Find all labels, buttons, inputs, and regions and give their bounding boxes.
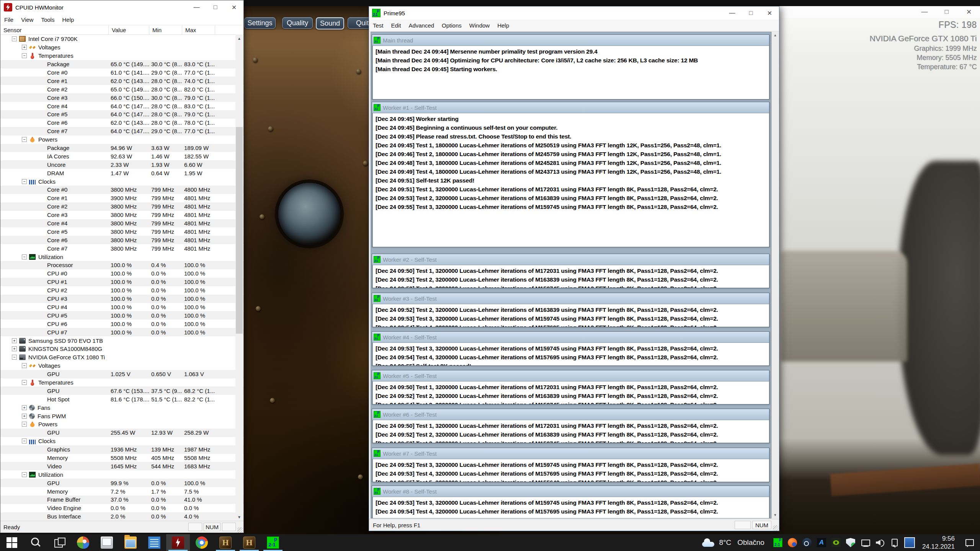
menu-item-options[interactable]: Options bbox=[438, 20, 466, 31]
mdi-window-caption[interactable]: Worker #8 - Self-Test bbox=[372, 486, 769, 497]
taskbar-task-view-icon[interactable] bbox=[47, 534, 71, 551]
sensor-row[interactable]: IA Cores92.63 W1.46 W182.55 W bbox=[0, 152, 243, 160]
volume-icon[interactable] bbox=[875, 538, 884, 547]
usb-icon[interactable] bbox=[890, 538, 899, 547]
nvidia-icon[interactable] bbox=[831, 538, 841, 547]
sensor-row[interactable]: +Fans bbox=[0, 403, 243, 412]
sensor-row[interactable]: CPU #6100.0 %0.0 %100.0 % bbox=[0, 320, 243, 328]
sensor-row[interactable]: Core #564.0 °C (147....28.0 °C (8...79.0… bbox=[0, 110, 243, 119]
menu-item-edit[interactable]: Edit bbox=[387, 20, 405, 31]
sensor-row[interactable]: Memory7.2 %1.7 %7.5 % bbox=[0, 487, 243, 496]
sensor-row[interactable]: +Voltages bbox=[0, 43, 243, 52]
sensor-row[interactable]: CPU #5100.0 %0.0 %100.0 % bbox=[0, 311, 243, 320]
hwmonitor-scrollbar[interactable]: ▲ ▼ bbox=[235, 34, 243, 521]
sensor-row[interactable]: CPU #2100.0 %0.0 %100.0 % bbox=[0, 286, 243, 295]
game-close-button[interactable]: ✕ bbox=[958, 6, 980, 18]
sensor-row[interactable]: Core #265.0 °C (149....28.0 °C (8...82.0… bbox=[0, 85, 243, 93]
sensor-row[interactable]: Core #43800 MHz799 MHz4801 MHz bbox=[0, 219, 243, 228]
taskbar-paint-icon[interactable] bbox=[71, 534, 95, 551]
scroll-down-arrow[interactable]: ▼ bbox=[235, 513, 243, 521]
mdi-window-caption[interactable]: Worker #5 - Self-Test bbox=[372, 370, 769, 381]
sensor-row[interactable]: Core #03800 MHz799 MHz4800 MHz bbox=[0, 186, 243, 194]
mdi-window-caption[interactable]: Worker #4 - Self-Test bbox=[372, 332, 769, 343]
tree-collapse-toggle[interactable]: − bbox=[22, 254, 27, 259]
sensor-row[interactable]: CPU #1100.0 %0.0 %100.0 % bbox=[0, 278, 243, 286]
sensor-row[interactable]: −Temperatures bbox=[0, 378, 243, 387]
mdi-window-caption[interactable]: Worker #3 - Self-Test bbox=[372, 293, 769, 304]
menu-item-view[interactable]: View bbox=[17, 14, 37, 25]
sensor-row[interactable]: −Powers bbox=[0, 135, 243, 144]
sensor-row[interactable]: Package94.96 W3.63 W189.09 W bbox=[0, 144, 243, 152]
sensor-row[interactable]: GPU99.9 %0.0 %100.0 % bbox=[0, 479, 243, 487]
sensor-row[interactable]: Uncore2.33 W1.93 W6.60 W bbox=[0, 160, 243, 169]
taskbar-gothic-game2-icon[interactable] bbox=[237, 534, 261, 551]
mdi-window-caption[interactable]: Worker #2 - Self-Test bbox=[372, 254, 769, 265]
taskbar-hwmonitor-icon[interactable] bbox=[166, 534, 190, 551]
sensor-row[interactable]: Video1645 MHz544 MHz1683 MHz bbox=[0, 462, 243, 470]
tree-expand-toggle[interactable]: + bbox=[22, 45, 27, 50]
sensor-row[interactable]: Frame Buffer37.0 %0.0 %41.0 % bbox=[0, 496, 243, 504]
game-sound-button[interactable]: Sound bbox=[316, 17, 344, 29]
tree-collapse-toggle[interactable]: − bbox=[22, 380, 27, 385]
taskbar-clock[interactable]: 9:56 24.12.2021 bbox=[922, 535, 955, 551]
steam-icon[interactable] bbox=[802, 538, 812, 547]
orange-app-icon[interactable] bbox=[788, 538, 797, 547]
sensor-row[interactable]: Core #13900 MHz799 MHz4801 MHz bbox=[0, 194, 243, 202]
security-shield-icon[interactable] bbox=[846, 538, 855, 547]
sensor-row[interactable]: Video Engine0.0 %0.0 %0.0 % bbox=[0, 504, 243, 512]
menu-item-tools[interactable]: Tools bbox=[37, 14, 58, 25]
column-header-min[interactable]: Min bbox=[149, 25, 182, 34]
column-header-sensor[interactable]: Sensor bbox=[0, 25, 109, 34]
tree-collapse-toggle[interactable]: − bbox=[22, 363, 27, 368]
sensor-row[interactable]: Core #53800 MHz799 MHz4801 MHz bbox=[0, 227, 243, 236]
hwmonitor-minimize-button[interactable]: — bbox=[187, 0, 206, 14]
sensor-row[interactable]: Core #061.0 °C (141....29.0 °C (8...77.0… bbox=[0, 68, 243, 77]
sensor-row[interactable]: Hot Spot81.6 °C (178....51.5 °C (1...82.… bbox=[0, 395, 243, 403]
sensor-row[interactable]: +Fans PWM bbox=[0, 412, 243, 420]
prime95-titlebar[interactable]: Prime95 — □ ✕ bbox=[369, 7, 779, 20]
menu-item-help[interactable]: Help bbox=[58, 14, 78, 25]
mdi-window-caption[interactable]: Worker #6 - Self-Test bbox=[372, 409, 769, 420]
game-maximize-button[interactable]: □ bbox=[936, 6, 958, 18]
sensor-row[interactable]: Core #23800 MHz799 MHz4801 MHz bbox=[0, 202, 243, 211]
resize-grip[interactable] bbox=[773, 525, 778, 531]
sensor-row[interactable]: Core #662.0 °C (143....28.0 °C (8...78.0… bbox=[0, 119, 243, 127]
menu-item-test[interactable]: Test bbox=[369, 20, 387, 31]
sensor-row[interactable]: Core #73800 MHz799 MHz4801 MHz bbox=[0, 244, 243, 253]
sensor-row[interactable]: −Clocks bbox=[0, 177, 243, 186]
hwmonitor-titlebar[interactable]: CPUID HWMonitor — □ ✕ bbox=[0, 0, 243, 14]
sensor-row[interactable]: −Voltages bbox=[0, 362, 243, 370]
taskbar-start-button[interactable] bbox=[0, 534, 24, 551]
tree-collapse-toggle[interactable]: − bbox=[22, 53, 27, 58]
tree-expand-toggle[interactable]: + bbox=[22, 405, 27, 410]
menu-item-window[interactable]: Window bbox=[466, 20, 493, 31]
action-center-icon[interactable] bbox=[965, 538, 974, 547]
sensor-row[interactable]: CPU #0100.0 %0.0 %100.0 % bbox=[0, 269, 243, 278]
sensor-row[interactable]: Core #162.0 °C (143....28.0 °C (8...74.0… bbox=[0, 77, 243, 85]
sensor-row[interactable]: −Utilization bbox=[0, 470, 243, 479]
taskbar-search-icon[interactable] bbox=[24, 534, 47, 551]
column-header-max[interactable]: Max bbox=[182, 25, 215, 34]
scroll-down-arrow[interactable]: ▼ bbox=[772, 512, 779, 518]
hwmonitor-maximize-button[interactable]: □ bbox=[206, 0, 225, 14]
sensor-row[interactable]: GPU255.45 W12.93 W258.29 W bbox=[0, 429, 243, 437]
sensor-row[interactable]: Core #366.0 °C (150....30.0 °C (8...79.0… bbox=[0, 93, 243, 102]
tree-collapse-toggle[interactable]: − bbox=[12, 355, 17, 360]
taskbar-cpuid-doc-icon[interactable] bbox=[142, 534, 166, 551]
menu-item-advanced[interactable]: Advanced bbox=[405, 20, 438, 31]
menu-item-help[interactable]: Help bbox=[493, 20, 513, 31]
sensor-row[interactable]: +KINGSTON SA1000M8480G bbox=[0, 345, 243, 353]
prime95-tray-icon[interactable] bbox=[773, 538, 782, 547]
tree-collapse-toggle[interactable]: − bbox=[22, 439, 27, 443]
taskbar-gothic-game-icon[interactable] bbox=[214, 534, 237, 551]
taskbar-file-explorer-icon[interactable] bbox=[119, 534, 142, 551]
tree-collapse-toggle[interactable]: − bbox=[12, 36, 17, 41]
resize-grip[interactable] bbox=[237, 527, 243, 533]
display-icon[interactable] bbox=[904, 537, 915, 548]
game-settings-button[interactable]: Settings bbox=[244, 17, 276, 29]
column-header-value[interactable]: Value bbox=[109, 25, 149, 34]
sensor-row[interactable]: Core #63800 MHz799 MHz4801 MHz bbox=[0, 236, 243, 244]
sensor-row[interactable]: Core #33800 MHz799 MHz4801 MHz bbox=[0, 211, 243, 219]
prime95-maximize-button[interactable]: □ bbox=[742, 7, 760, 20]
tree-collapse-toggle[interactable]: − bbox=[22, 179, 27, 184]
